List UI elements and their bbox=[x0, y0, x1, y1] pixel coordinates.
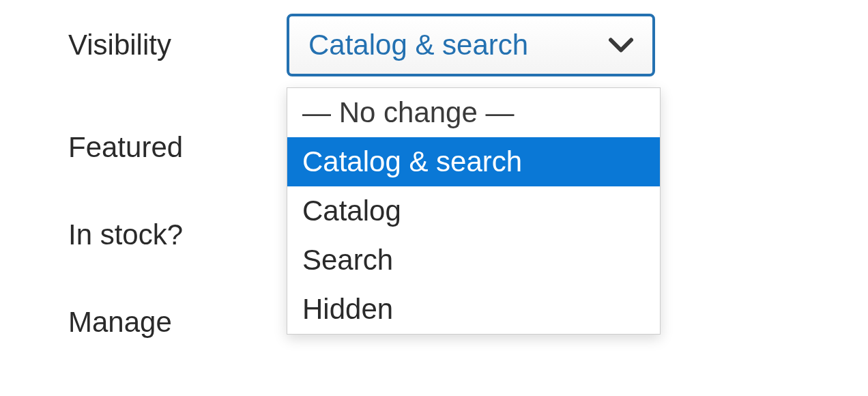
visibility-option-catalog-search[interactable]: Catalog & search bbox=[287, 137, 660, 186]
visibility-dropdown: — No change — Catalog & search Catalog S… bbox=[287, 87, 661, 335]
instock-label: In stock? bbox=[68, 203, 287, 251]
visibility-select[interactable]: Catalog & search bbox=[287, 14, 655, 76]
visibility-option-hidden[interactable]: Hidden bbox=[287, 285, 660, 334]
visibility-option-catalog[interactable]: Catalog bbox=[287, 186, 660, 236]
visibility-option-no-change[interactable]: — No change — bbox=[287, 88, 660, 137]
featured-label: Featured bbox=[68, 116, 287, 164]
visibility-option-search[interactable]: Search bbox=[287, 236, 660, 285]
manage-label: Manage bbox=[68, 291, 287, 339]
chevron-down-icon bbox=[609, 36, 633, 55]
visibility-row: Visibility Catalog & search — No change … bbox=[68, 14, 800, 76]
visibility-select-wrapper: Catalog & search — No change — Catalog &… bbox=[287, 14, 655, 76]
visibility-label: Visibility bbox=[68, 14, 287, 61]
visibility-select-value: Catalog & search bbox=[308, 29, 528, 61]
